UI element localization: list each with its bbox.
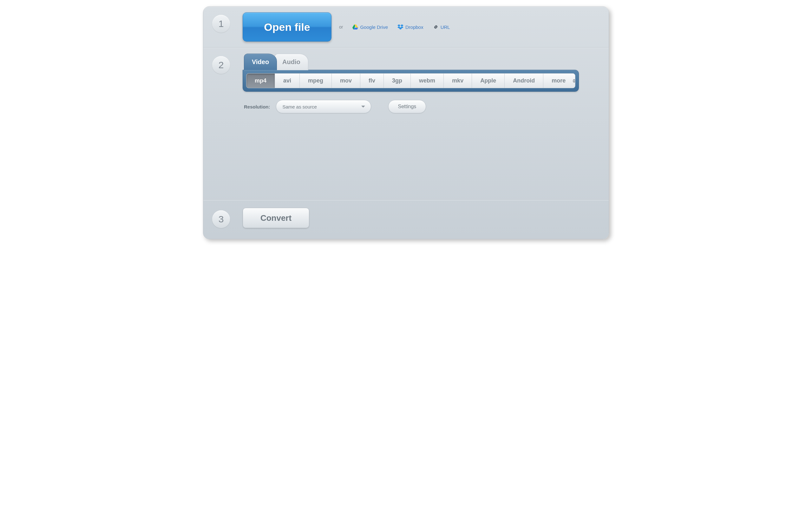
step-number-3: 3 [212,210,230,228]
format-avi[interactable]: avi [275,74,300,88]
url-link[interactable]: URL [433,24,450,30]
google-drive-label: Google Drive [360,24,388,30]
link-icon [433,24,439,30]
settings-button[interactable]: Settings [388,100,426,113]
step-number-2: 2 [212,56,230,74]
svg-marker-4 [401,24,404,26]
mode-tabs: Video Audio [243,54,579,70]
format-flv[interactable]: flv [360,74,384,88]
dropbox-link[interactable]: Dropbox [398,24,424,30]
formats-bar: mp4 avi mpeg mov flv 3gp webm mkv Apple … [243,70,579,92]
google-drive-icon [352,24,358,29]
tab-audio[interactable]: Audio [274,54,308,70]
convert-button[interactable]: Convert [243,208,309,228]
chevron-down-icon [361,106,365,108]
tab-video[interactable]: Video [244,54,277,70]
step-3: 3 Convert [203,200,609,239]
svg-marker-3 [398,24,401,26]
format-mpeg[interactable]: mpeg [300,74,332,88]
or-label: or [339,24,343,29]
google-drive-link[interactable]: Google Drive [352,24,388,30]
url-label: URL [441,24,450,30]
step-1: 1 Open file or Google Drive Dropbox [203,7,609,48]
format-apple[interactable]: Apple [472,74,505,88]
resolution-value: Same as source [283,104,317,110]
dropbox-label: Dropbox [405,24,424,30]
open-file-button[interactable]: Open file [243,12,331,41]
format-mov[interactable]: mov [332,74,360,88]
resolution-dropdown[interactable]: Same as source [276,100,371,113]
updown-icon [573,79,575,83]
format-mp4[interactable]: mp4 [246,74,275,88]
format-mkv[interactable]: mkv [444,74,472,88]
converter-panel: 1 Open file or Google Drive Dropbox [203,6,609,239]
step-number-1: 1 [212,15,230,33]
format-android[interactable]: Android [505,74,543,88]
step-2: 2 Video Audio mp4 avi mpeg mov flv 3gp w… [203,48,609,200]
dropbox-icon [398,24,403,30]
format-more-label: more [552,78,566,84]
format-webm[interactable]: webm [411,74,444,88]
format-3gp[interactable]: 3gp [384,74,411,88]
resolution-label: Resolution: [244,104,270,110]
format-more[interactable]: more [543,74,575,88]
